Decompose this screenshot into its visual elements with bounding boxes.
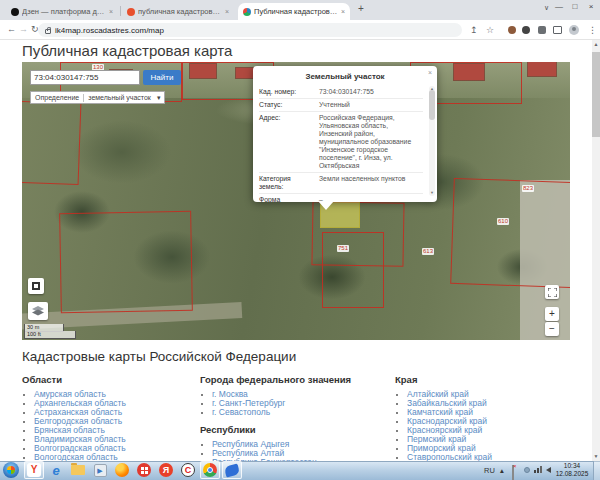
bookmark-star-icon[interactable]: ☆ xyxy=(486,25,494,35)
find-button[interactable]: Найти xyxy=(143,70,181,85)
fullscreen-button[interactable] xyxy=(545,285,559,299)
url-text: ik4map.roscadastres.com/map xyxy=(55,26,164,35)
forward-icon[interactable]: → xyxy=(19,24,28,34)
fullscreen-icon xyxy=(548,288,557,297)
window-close-button[interactable]: × xyxy=(584,2,598,11)
yandex-icon: Я xyxy=(159,463,173,477)
scroll-down-icon[interactable]: ▼ xyxy=(429,190,435,195)
popup-row: Статус: Учтенный xyxy=(259,99,423,112)
network-icon[interactable] xyxy=(534,466,542,473)
layers-button[interactable] xyxy=(28,302,48,320)
browser-toolbar: ← → ↻ ik4map.roscadastres.com/map ↥ ☆ ⋮ xyxy=(0,20,600,40)
map-canvas[interactable]: 130 751 613 610 823 Найти Определение зе… xyxy=(22,62,570,340)
share-icon[interactable]: ↥ xyxy=(470,25,478,35)
tab-close-icon[interactable]: × xyxy=(225,8,229,15)
popup-close-icon[interactable]: × xyxy=(428,69,432,76)
region-list-goroda: г. Москва г. Санкт-Петербург г. Севастоп… xyxy=(200,390,285,417)
zoom-in-button[interactable]: + xyxy=(545,307,559,321)
dzen-favicon-icon xyxy=(11,8,19,16)
field-label: Форма собственности: xyxy=(259,196,317,202)
field-value: Учтенный xyxy=(317,101,423,109)
window-maximize-button[interactable]: □ xyxy=(568,2,582,11)
column-title-kraya: Края xyxy=(395,374,417,385)
address-bar[interactable]: ik4map.roscadastres.com/map xyxy=(38,23,462,37)
new-tab-button[interactable]: + xyxy=(358,3,364,14)
object-type-select[interactable]: Определение земельный участок ▾ xyxy=(30,91,165,104)
popup-row: Форма собственности: – xyxy=(259,194,423,202)
extensions-puzzle-icon[interactable] xyxy=(538,26,546,34)
window-minimize-button[interactable]: — xyxy=(552,2,566,11)
popup-scrollbar-thumb[interactable] xyxy=(429,90,435,120)
menu-dots-icon[interactable]: ⋮ xyxy=(588,25,597,35)
start-button[interactable] xyxy=(3,462,19,478)
taskbar-blue-app[interactable] xyxy=(224,462,240,478)
cadastral-parcel-outline[interactable] xyxy=(22,101,81,185)
tab-title: публичная кадастровая карта - xyxy=(138,7,222,16)
scroll-up-icon[interactable]: ▲ xyxy=(429,86,435,91)
speaker-icon[interactable] xyxy=(546,467,551,473)
plus-icon: + xyxy=(549,309,555,319)
taskbar-yandex-browser[interactable]: Y xyxy=(26,462,42,478)
tab-title: Публичная кадастровая карта xyxy=(254,7,338,16)
yandex-browser-icon: Y xyxy=(27,463,41,477)
taskbar-chrome[interactable] xyxy=(202,462,218,478)
scroll-down-icon[interactable]: ▼ xyxy=(592,453,600,459)
tab-separator xyxy=(120,6,121,16)
taskbar-internet-explorer[interactable]: e xyxy=(48,462,64,478)
region-link[interactable]: г. Севастополь xyxy=(212,408,285,417)
tab-pkk-old[interactable]: публичная кадастровая карта - × xyxy=(122,3,234,20)
tab-close-icon[interactable]: × xyxy=(341,8,345,15)
taskbar-c-app[interactable]: C xyxy=(180,462,196,478)
action-center-flag-icon[interactable] xyxy=(512,465,514,480)
popup-tail xyxy=(318,201,334,210)
tray-clock[interactable]: 10:34 12.08.2025 xyxy=(552,462,592,478)
field-label: Кад. номер: xyxy=(259,88,317,96)
tab-pkk-active[interactable]: Публичная кадастровая карта × xyxy=(238,3,350,20)
parcel-number-label: 751 xyxy=(337,245,349,252)
filter-label: Определение xyxy=(31,94,83,101)
taskbar-file-explorer[interactable] xyxy=(70,462,86,478)
extension-icon[interactable] xyxy=(508,26,516,34)
taskbar xyxy=(0,461,600,480)
page-title: Публичная кадастровая карта xyxy=(22,42,232,59)
tab-search-chevron-icon[interactable]: ∨ xyxy=(544,4,549,12)
hidden-icons-chevron-icon[interactable]: ▴ xyxy=(500,466,504,475)
cadastral-parcel-outline[interactable] xyxy=(322,232,384,308)
page-scrollbar-thumb[interactable] xyxy=(592,52,600,137)
lock-icon xyxy=(45,29,51,34)
cadastral-search-input[interactable] xyxy=(30,70,140,85)
show-desktop-button[interactable] xyxy=(593,461,600,480)
scale-bar-imperial: 100 ft xyxy=(24,331,76,339)
taskbar-media-player[interactable]: ▶ xyxy=(92,462,108,478)
column-title-oblasti: Области xyxy=(22,374,62,385)
screen: Дзен — платформа для прос... × публичная… xyxy=(0,0,600,480)
scroll-up-icon[interactable]: ▲ xyxy=(592,41,600,47)
language-indicator[interactable]: RU xyxy=(484,466,495,475)
chrome-icon xyxy=(203,463,217,477)
tab-dzen[interactable]: Дзен — платформа для прос... × xyxy=(6,3,118,20)
cadastral-parcel-outline[interactable] xyxy=(450,178,570,288)
sidebar-icon[interactable] xyxy=(553,26,562,34)
chevron-down-icon: ▾ xyxy=(157,94,161,102)
extension-icon[interactable] xyxy=(522,26,530,34)
extent-tool-button[interactable] xyxy=(28,278,44,294)
tray-app-icon[interactable] xyxy=(524,467,530,473)
profile-avatar[interactable] xyxy=(569,25,579,35)
blue-app-icon xyxy=(224,463,240,477)
cadastral-parcel-outline[interactable] xyxy=(59,211,193,313)
tab-title: Дзен — платформа для прос... xyxy=(22,7,106,16)
media-player-icon: ▶ xyxy=(94,464,107,477)
taskbar-red-grid-app[interactable] xyxy=(136,462,152,478)
taskbar-firefox[interactable] xyxy=(114,462,130,478)
column-title-goroda: Города федерального значения xyxy=(200,374,351,385)
zoom-out-button[interactable]: − xyxy=(545,322,559,336)
back-icon[interactable]: ← xyxy=(7,24,16,34)
filter-value[interactable]: земельный участок ▾ xyxy=(83,94,164,102)
c-app-icon: C xyxy=(181,463,195,477)
column-title-respubliki: Республики xyxy=(200,424,256,435)
tab-close-icon[interactable]: × xyxy=(109,8,113,15)
internet-explorer-icon: e xyxy=(52,463,59,478)
taskbar-yandex-app[interactable]: Я xyxy=(158,462,174,478)
region-list-oblasti: Амурская область Архангельская область А… xyxy=(22,390,126,462)
popup-row: Категория земель: Земли населенных пункт… xyxy=(259,173,423,194)
